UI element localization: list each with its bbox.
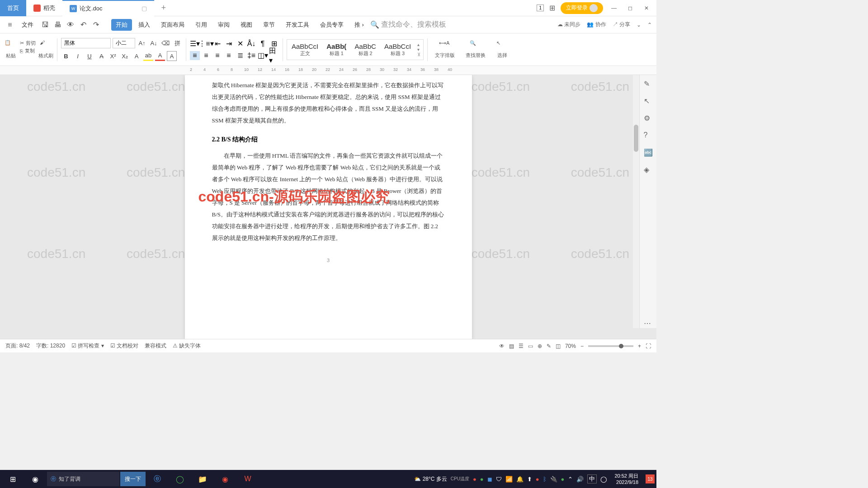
zoom-fit-icon[interactable]: ◫ <box>556 343 561 349</box>
collab-button[interactable]: 👥 协作 <box>587 21 606 28</box>
select-button[interactable]: ↖ 选择 <box>493 40 512 59</box>
app-icon-1[interactable]: ◉ <box>214 470 236 488</box>
increase-indent-icon[interactable]: ⇥ <box>224 39 234 48</box>
pen-tool-icon[interactable]: ✎ <box>644 80 653 89</box>
char-shading-icon[interactable]: A <box>167 51 177 61</box>
search-go-button[interactable]: 搜一下 <box>120 472 146 486</box>
tray-bluetooth-icon[interactable]: ᛒ <box>543 476 547 483</box>
notification-center[interactable]: 13 <box>646 474 655 483</box>
tray-chevron-icon[interactable]: ⌃ <box>568 476 573 483</box>
sync-status[interactable]: ☁ 未同步 <box>557 21 580 28</box>
start-button[interactable]: ⊞ <box>2 470 24 488</box>
document-area[interactable]: code51.cn code51.cn code51.cn code51.cn … <box>0 75 656 339</box>
styles-up-icon[interactable]: ▴ <box>417 42 420 47</box>
browser360-icon[interactable]: ◯ <box>169 470 191 488</box>
tool-icon[interactable]: ◈ <box>644 165 653 174</box>
align-justify-icon[interactable]: ≡ <box>224 51 234 60</box>
view-web-icon[interactable]: ⊕ <box>538 343 542 349</box>
doc-proofing[interactable]: ☑ 文档校对 <box>110 342 138 350</box>
tab-document[interactable]: W 论文.doc ▢ <box>62 0 154 16</box>
tab-shell[interactable]: 稻壳 <box>26 0 62 16</box>
numbering-icon[interactable]: ⋮≡▾ <box>201 39 211 48</box>
subscript-button[interactable]: X₂ <box>120 51 130 61</box>
zoom-value[interactable]: 70% <box>565 343 576 349</box>
weather-widget[interactable]: ⛅ 28°C 多云 <box>414 475 447 483</box>
cursor-tool-icon[interactable]: ↖ <box>644 97 653 106</box>
view-draft-icon[interactable]: ✎ <box>547 343 551 349</box>
tray-wifi-icon[interactable]: 📶 <box>505 476 513 483</box>
ime-indicator[interactable]: 中 <box>587 474 597 483</box>
shading-icon[interactable]: ◫▾ <box>258 51 268 60</box>
zoom-in-icon[interactable]: + <box>638 343 641 349</box>
style-heading1[interactable]: AaBb( 标题 1 <box>323 41 350 59</box>
style-normal[interactable]: AaBbCcI 正文 <box>288 41 322 59</box>
tab-window-icon[interactable]: ▢ <box>142 5 147 12</box>
menu-review[interactable]: 审阅 <box>213 19 234 31</box>
menu-chapter[interactable]: 章节 <box>259 19 279 31</box>
view-eye-icon[interactable]: 👁 <box>499 343 505 349</box>
settings-slider-icon[interactable]: ⚙ <box>644 114 653 123</box>
qat-preview-icon[interactable]: 👁 <box>65 19 76 30</box>
align-right-icon[interactable]: ≡ <box>212 51 222 60</box>
styles-gallery[interactable]: AaBbCcI 正文 AaBb( 标题 1 AaBbC 标题 2 AaBbCcI… <box>287 39 424 60</box>
tray-icon[interactable]: 🛡 <box>496 476 502 483</box>
underline-button[interactable]: U <box>85 51 94 61</box>
qat-redo-icon[interactable]: ↷ <box>90 19 101 30</box>
italic-button[interactable]: I <box>73 51 83 61</box>
tray-icon[interactable]: ⬆ <box>527 476 532 483</box>
hamburger-icon[interactable]: ≡ <box>5 19 15 30</box>
sort-icon[interactable]: Å↓ <box>246 39 256 48</box>
more-sidebar-icon[interactable]: ⋯ <box>644 319 653 328</box>
zoom-out-icon[interactable]: − <box>580 343 584 349</box>
style-heading3[interactable]: AaBbCcI 标题 3 <box>381 41 415 59</box>
paste-icon[interactable]: 📋 <box>5 40 17 52</box>
clear-format-icon[interactable]: ⌫ <box>160 38 170 48</box>
align-center-icon[interactable]: ≡ <box>201 51 211 60</box>
align-left-icon[interactable]: ≡ <box>190 51 200 60</box>
qat-save-icon[interactable]: 🖫 <box>40 19 51 30</box>
menu-references[interactable]: 引用 <box>191 19 212 31</box>
tray-bell-icon[interactable]: 🔔 <box>516 476 524 483</box>
font-name-select[interactable]: 黑体 <box>61 38 111 48</box>
horizontal-ruler[interactable]: 2 4 6 8 10 12 14 16 18 20 22 24 26 28 30… <box>0 66 656 75</box>
tray-icon[interactable]: ● <box>473 476 476 483</box>
dropdown-icon[interactable]: ⌄ <box>637 22 641 28</box>
view-read-icon[interactable]: ▭ <box>528 343 533 349</box>
minimize-button[interactable]: — <box>609 3 619 14</box>
missing-fonts[interactable]: ⚠ 缺失字体 <box>173 342 201 350</box>
tray-volume-icon[interactable]: 🔊 <box>576 476 584 483</box>
increase-font-icon[interactable]: A↑ <box>137 38 147 48</box>
zoom-slider[interactable] <box>588 345 633 347</box>
view-outline-icon[interactable]: ☰ <box>519 343 524 349</box>
translate-icon[interactable]: 🔤 <box>644 148 653 157</box>
borders-icon[interactable]: 田▾ <box>269 51 279 60</box>
bold-button[interactable]: B <box>61 51 71 61</box>
text-layout-button[interactable]: ⟷A 文字排版 <box>431 40 458 59</box>
distribute-icon[interactable]: ≣ <box>235 51 245 60</box>
strikethrough-button[interactable]: A̶ <box>96 51 106 61</box>
asian-layout-icon[interactable]: ✕ <box>235 39 245 48</box>
styles-more-icon[interactable]: ⊻ <box>417 52 420 57</box>
find-replace-button[interactable]: 🔍 查找替换 <box>462 40 489 59</box>
tray-icon[interactable]: ● <box>561 476 565 483</box>
fullscreen-icon[interactable]: ⛶ <box>646 343 651 349</box>
text-effects-icon[interactable]: A <box>132 51 142 61</box>
font-color-icon[interactable]: A <box>155 51 165 61</box>
show-marks-icon[interactable]: ¶ <box>258 39 268 48</box>
share-button[interactable]: ↗ 分享 <box>613 21 630 28</box>
login-button[interactable]: 立即登录 <box>561 2 603 14</box>
tab-add[interactable]: + <box>154 0 174 16</box>
tray-icon[interactable]: ● <box>480 476 484 483</box>
decrease-font-icon[interactable]: A↓ <box>149 38 159 48</box>
tab-home[interactable]: 首页 <box>0 0 26 16</box>
help-icon[interactable]: ? <box>644 131 653 140</box>
phonetic-icon[interactable]: 拼 <box>172 38 182 48</box>
menu-page-layout[interactable]: 页面布局 <box>156 19 189 31</box>
view-page-icon[interactable]: ▤ <box>509 343 514 349</box>
maximize-button[interactable]: ◻ <box>625 3 636 14</box>
spell-check[interactable]: ☑ 拼写检查 ▾ <box>71 342 104 350</box>
cut-button[interactable]: ✂ 剪切 <box>20 40 36 47</box>
menu-devtools[interactable]: 开发工具 <box>281 19 314 31</box>
qat-print-icon[interactable]: 🖶 <box>52 19 63 30</box>
apps-grid-icon[interactable]: ⊞ <box>549 4 555 12</box>
